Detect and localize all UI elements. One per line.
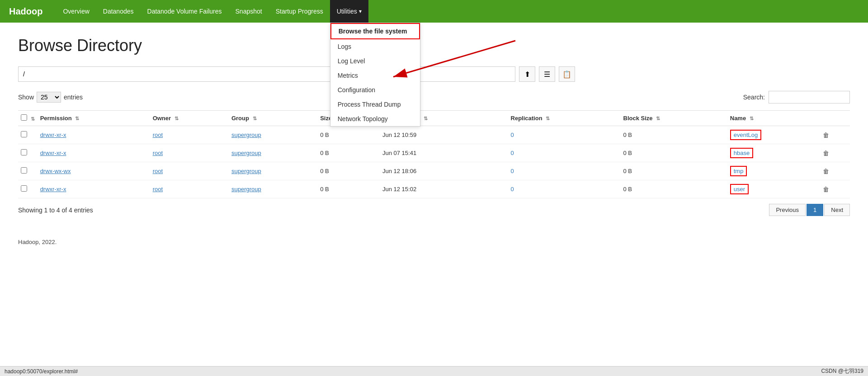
nav-overview[interactable]: Overview	[56, 0, 96, 23]
sort-icon-replication[interactable]: ⇅	[546, 116, 550, 122]
dropdown-network-topology[interactable]: Network Topology	[330, 112, 420, 126]
row-name-1: hbase	[727, 144, 821, 162]
row-checkbox-1[interactable]	[21, 149, 27, 155]
row-checkbox-3[interactable]	[21, 185, 27, 192]
row-checkbox-2[interactable]	[21, 167, 27, 174]
owner-link-3[interactable]: root	[153, 186, 163, 193]
permission-link-3[interactable]: drwxr-xr-x	[40, 186, 66, 193]
row-size-0: 0 B	[317, 126, 380, 144]
replication-link-0[interactable]: 0	[511, 132, 514, 138]
nav-startup-progress[interactable]: Startup Progress	[269, 0, 330, 23]
next-button[interactable]: Next	[824, 204, 850, 216]
permission-link-0[interactable]: drwxr-xr-x	[40, 132, 66, 138]
replication-link-1[interactable]: 0	[511, 150, 514, 156]
nav-snapshot[interactable]: Snapshot	[229, 0, 269, 23]
sort-icon-permission[interactable]: ⇅	[75, 116, 79, 122]
row-last-modified-2: Jun 12 18:06	[380, 162, 508, 180]
select-all-checkbox[interactable]	[21, 114, 27, 121]
dropdown-metrics[interactable]: Metrics	[330, 68, 420, 83]
directory-table: ⇅ Permission ⇅ Owner ⇅ Group ⇅ Size ⇅	[18, 110, 850, 198]
name-link-3[interactable]: user	[734, 186, 745, 193]
delete-icon-2[interactable]: 🗑	[823, 168, 829, 175]
page-title: Browse Directory	[18, 36, 850, 55]
row-replication-1: 0	[508, 144, 621, 162]
group-link-2[interactable]: supergroup	[231, 168, 261, 174]
sort-icon-group[interactable]: ⇅	[253, 116, 257, 122]
nav-utilities-dropdown[interactable]: Utilities ▾ Browse the file system Logs …	[330, 0, 368, 23]
name-highlight-box-3: user	[730, 184, 749, 194]
row-checkbox-cell	[18, 126, 38, 144]
row-group-1: supergroup	[229, 144, 317, 162]
nav-datanodes[interactable]: Datanodes	[96, 0, 141, 23]
delete-icon-0[interactable]: 🗑	[823, 132, 829, 139]
path-input[interactable]	[18, 66, 515, 82]
row-checkbox-cell	[18, 144, 38, 162]
name-link-2[interactable]: tmp	[734, 168, 744, 174]
row-owner-0: root	[150, 126, 229, 144]
th-replication: Replication ⇅	[508, 111, 621, 126]
table-footer: Showing 1 to 4 of 4 entries Previous 1 N…	[18, 204, 850, 216]
row-owner-3: root	[150, 180, 229, 198]
row-checkbox-cell	[18, 162, 38, 180]
entries-select[interactable]: 25 50 100	[37, 92, 61, 103]
owner-link-2[interactable]: root	[153, 168, 163, 174]
dropdown-process-thread-dump[interactable]: Process Thread Dump	[330, 97, 420, 112]
permission-link-1[interactable]: drwxr-xr-x	[40, 150, 66, 156]
list-btn[interactable]: ☰	[539, 66, 555, 82]
nav-datanode-volume-failures[interactable]: Datanode Volume Failures	[141, 0, 229, 23]
sort-icon-block-size[interactable]: ⇅	[656, 116, 660, 122]
settings-btn[interactable]: 📋	[559, 66, 575, 82]
group-link-0[interactable]: supergroup	[231, 132, 261, 138]
row-owner-1: root	[150, 144, 229, 162]
row-delete-1: 🗑	[820, 144, 850, 162]
name-highlight-box-0: eventLog	[730, 130, 762, 140]
row-name-3: user	[727, 180, 821, 198]
sort-icon-checkbox: ⇅	[31, 116, 35, 122]
table-body: drwxr-xr-x root supergroup 0 B Jun 12 10…	[18, 126, 850, 198]
pagination: Previous 1 Next	[769, 204, 850, 216]
row-replication-3: 0	[508, 180, 621, 198]
settings-icon: 📋	[562, 70, 571, 79]
upload-btn[interactable]: ⬆	[519, 66, 535, 82]
permission-link-2[interactable]: drwx-wx-wx	[40, 168, 71, 174]
page-1-button[interactable]: 1	[807, 204, 823, 216]
navbar-brand: Hadoop	[9, 6, 42, 17]
row-permission-2: drwx-wx-wx	[38, 162, 150, 180]
search-input[interactable]	[769, 91, 850, 103]
th-checkbox: ⇅	[18, 111, 38, 126]
dropdown-configuration[interactable]: Configuration	[330, 83, 420, 97]
owner-link-0[interactable]: root	[153, 132, 163, 138]
entries-label: entries	[64, 94, 83, 101]
group-link-1[interactable]: supergroup	[231, 150, 261, 156]
row-checkbox-0[interactable]	[21, 131, 27, 137]
name-highlight-box-1: hbase	[730, 148, 753, 158]
th-block-size: Block Size ⇅	[621, 111, 727, 126]
dropdown-logs[interactable]: Logs	[330, 39, 420, 54]
th-permission: Permission ⇅	[38, 111, 150, 126]
sort-icon-name[interactable]: ⇅	[750, 116, 754, 122]
page-footer: Hadoop, 2022.	[18, 239, 850, 245]
replication-link-3[interactable]: 0	[511, 186, 514, 193]
replication-link-2[interactable]: 0	[511, 168, 514, 174]
name-highlight-box-2: tmp	[730, 166, 747, 176]
nav-utilities[interactable]: Utilities ▾	[330, 0, 368, 23]
group-link-3[interactable]: supergroup	[231, 186, 261, 193]
previous-button[interactable]: Previous	[769, 204, 806, 216]
delete-icon-1[interactable]: 🗑	[823, 150, 829, 157]
dropdown-browse-filesystem[interactable]: Browse the file system	[330, 23, 420, 39]
showing-text: Showing 1 to 4 of 4 entries	[18, 207, 93, 214]
sort-icon-owner[interactable]: ⇅	[175, 116, 179, 122]
row-delete-3: 🗑	[820, 180, 850, 198]
name-link-0[interactable]: eventLog	[734, 132, 758, 138]
row-block-size-0: 0 B	[621, 126, 727, 144]
row-block-size-3: 0 B	[621, 180, 727, 198]
th-owner: Owner ⇅	[150, 111, 229, 126]
owner-link-1[interactable]: root	[153, 150, 163, 156]
row-last-modified-3: Jun 12 15:02	[380, 180, 508, 198]
name-link-1[interactable]: hbase	[734, 150, 750, 156]
sort-icon-last-modified[interactable]: ⇅	[424, 116, 428, 122]
dropdown-log-level[interactable]: Log Level	[330, 54, 420, 68]
table-row: drwxr-xr-x root supergroup 0 B Jun 12 15…	[18, 180, 850, 198]
row-permission-3: drwxr-xr-x	[38, 180, 150, 198]
delete-icon-3[interactable]: 🗑	[823, 186, 829, 193]
